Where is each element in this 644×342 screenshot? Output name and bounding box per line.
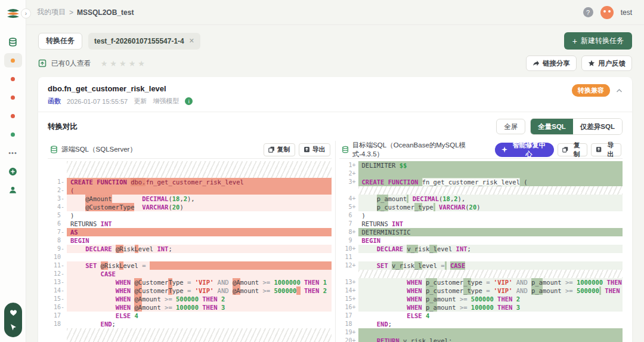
line-number: 14- (48, 286, 67, 295)
card-header-right: 转换兼容 (572, 84, 623, 97)
copy-icon (268, 146, 275, 153)
updated-label: 更新 (134, 97, 147, 106)
line-number: 7 (339, 220, 358, 228)
code-line: 14- WHEN @CustomerType = 'VIP' AND @Amou… (48, 286, 332, 295)
copy-label: 复制 (571, 141, 583, 159)
sidebar-item-task-4[interactable] (4, 127, 22, 141)
sql-diff-view: 源端SQL（SQLServer） 复制 导出 1-CREATE FUNCTION… (48, 141, 623, 342)
rating-star-icon[interactable]: ★ (119, 59, 126, 68)
copy-icon (562, 146, 568, 153)
object-meta: 函数 2026-01-07 15:55:57 更新 增强模型 i (48, 97, 623, 106)
sidebar-item-task-1[interactable] (4, 72, 22, 86)
line-number: 13- (48, 278, 67, 286)
line-number: 13+ (339, 278, 358, 286)
sidebar-item-task-3[interactable] (4, 109, 22, 123)
line-number: 10 (48, 253, 67, 261)
sidebar-item-current-task[interactable] (4, 53, 22, 67)
task-type-button[interactable]: 转换任务 (38, 33, 82, 50)
feedback-heart-icon[interactable] (9, 309, 17, 317)
star-icon (588, 60, 595, 67)
line-number: 15+ (339, 295, 358, 303)
line-number: 19+ (339, 328, 358, 337)
line-number: 17 (339, 312, 358, 320)
line-number: 4+ (339, 195, 358, 203)
smart-repair-label: 智能修复中心 (510, 141, 547, 159)
line-number: 14+ (339, 286, 358, 295)
model-label: 增强模型 (153, 97, 179, 106)
share-actions: 链接分享 用户反馈 (526, 56, 632, 71)
smart-repair-button[interactable]: 智能修复中心 (495, 143, 554, 157)
line-number: 6 (339, 211, 358, 220)
sidebar-item-add[interactable] (4, 164, 22, 178)
line-number: 18 (339, 320, 358, 328)
rating-star-icon[interactable]: ★ (110, 59, 117, 68)
code-line: 13+ WHEN p_customer_type = 'VIP' AND p_a… (339, 278, 623, 286)
floating-action-pill (4, 303, 22, 337)
app-logo-icon[interactable] (5, 6, 21, 21)
close-icon[interactable]: ✕ (189, 37, 194, 45)
code-line: 4+ p_amount DECIMAL(18,2), (339, 195, 623, 203)
diff-filler (339, 270, 623, 278)
rating-star-icon[interactable]: ★ (129, 59, 136, 68)
copy-target-button[interactable]: 复制 (558, 143, 588, 156)
info-icon[interactable]: i (185, 97, 193, 105)
line-number: 17 (48, 312, 67, 320)
sidebar-collapse-button[interactable]: › (21, 8, 31, 19)
code-line: 14+ WHEN p_customer_type = 'VIP' AND p_a… (339, 286, 623, 295)
new-task-button[interactable]: + 新建转换任务 (564, 32, 632, 50)
rating-stars[interactable]: ★★★★★ (101, 59, 145, 68)
code-line: 16+ WHEN p_amount >= 100000 THEN 3 (339, 303, 623, 312)
line-number: 18 (48, 320, 67, 328)
line-number: 11 (339, 253, 358, 261)
line-number: 6 (48, 220, 67, 228)
task-tab-row: 转换任务 test_f-20260107155547-1-4 ✕ + 新建转换任… (26, 25, 644, 54)
export-label: 导出 (605, 141, 617, 159)
full-sql-tab[interactable]: 全量SQL (531, 119, 573, 134)
sidebar-item-database[interactable] (4, 35, 22, 49)
code-line: 12- CASE (48, 270, 332, 278)
line-number: 10+ (339, 245, 358, 253)
export-source-button[interactable]: 导出 (299, 143, 330, 156)
code-line: 8+DETERMINISTIC (339, 228, 623, 236)
avatar[interactable] (600, 6, 614, 19)
source-code-area: 1-CREATE FUNCTION dbo.fn_get_customer_ri… (48, 161, 332, 342)
cursor-tool-icon[interactable] (9, 323, 17, 331)
source-panel-title: 源端SQL（SQLServer） (61, 145, 137, 154)
target-sql-panel: 目标端SQL（OceanBase的MySQL模式-4.3.5） 智能修复中心 复… (339, 141, 623, 342)
diff-filler (48, 161, 332, 178)
feedback-button[interactable]: 用户反馈 (581, 56, 632, 71)
breadcrumb-current: MSSQL2OB_test (77, 8, 134, 17)
diff-only-sql-tab[interactable]: 仅差异SQL (573, 119, 622, 134)
new-task-label: 新建转换任务 (581, 36, 624, 46)
breadcrumb-root[interactable]: 我的项目 (37, 7, 66, 17)
help-icon[interactable]: ? (583, 7, 593, 17)
task-tab[interactable]: test_f-20260107155547-1-4 ✕ (88, 33, 200, 50)
code-line: 7 RETURNS INT (339, 220, 623, 228)
updated-time: 2026-01-07 15:55:57 (67, 98, 128, 105)
code-line: 10 (48, 253, 332, 261)
line-number: 11- (48, 261, 67, 270)
line-number: 5 (48, 211, 67, 220)
export-target-button[interactable]: 导出 (591, 143, 621, 156)
plus-icon: + (572, 37, 577, 45)
view-stats-row: 已有0人查看 ★★★★★ 链接分享 用户反馈 (26, 54, 644, 77)
viewers-text: 已有0人查看 (51, 58, 91, 69)
rating-star-icon[interactable]: ★ (101, 59, 108, 68)
sidebar-item-profile[interactable] (4, 183, 22, 197)
copy-source-button[interactable]: 复制 (264, 143, 295, 156)
sidebar-item-more[interactable]: ••• (4, 146, 22, 160)
code-line: 1+DELIMITER $$ (339, 161, 623, 170)
line-number: 2+ (339, 170, 358, 178)
sql-view-toggle: 全量SQL 仅差异SQL (530, 118, 623, 135)
fullscreen-button[interactable]: 全屏 (496, 119, 525, 134)
diff-filler (48, 328, 332, 342)
copy-label: 复制 (277, 145, 290, 154)
line-number: 12- (48, 270, 67, 278)
code-line: 8 BEGIN (48, 236, 332, 245)
topbar-actions: ? test (583, 6, 632, 19)
sidebar-item-task-2[interactable] (4, 90, 22, 104)
chevron-up-icon[interactable] (616, 88, 623, 93)
rating-star-icon[interactable]: ★ (138, 59, 145, 68)
code-line: 11 (339, 253, 623, 261)
share-link-button[interactable]: 链接分享 (526, 56, 577, 71)
